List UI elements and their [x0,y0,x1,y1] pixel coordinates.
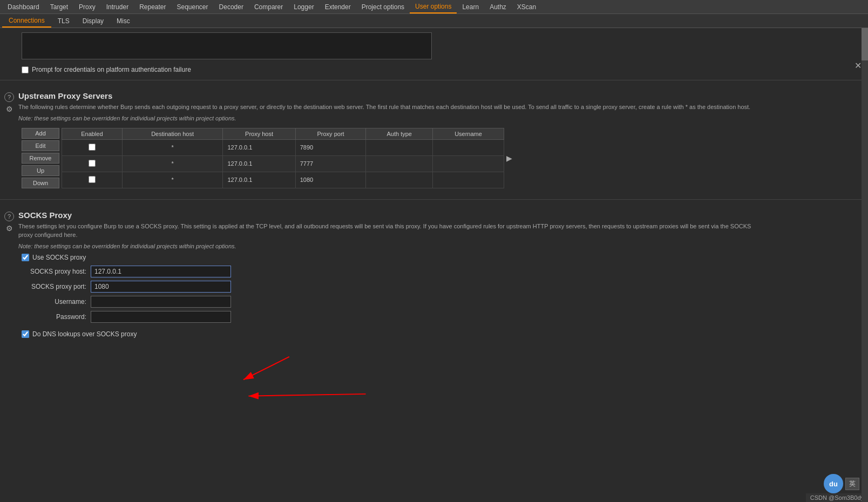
bottom-badges: du 英 [824,474,859,493]
credential-textarea-container [22,32,846,59]
upstream-help-icon[interactable]: ? [4,92,14,102]
socks-username-label: Username: [22,298,86,306]
subnav-misc[interactable]: Misc [110,14,137,28]
nav-item-extender[interactable]: Extender [320,0,356,13]
subnav-connections[interactable]: Connections [2,14,51,28]
nav-item-project-options[interactable]: Project options [356,0,410,13]
socks-host-row: SOCKS proxy host: [22,266,846,277]
nav-item-authz[interactable]: Authz [484,0,512,13]
nav-item-decoder[interactable]: Decoder [214,0,249,13]
main-content: Prompt for credentials on platform authe… [0,28,868,502]
row-enabled-checkbox[interactable] [89,176,96,183]
sub-navigation: Connections TLS Display Misc [0,14,868,28]
socks-icons: ? ⚙ [4,212,14,233]
row-auth-type [366,172,433,188]
upstream-table-container: Add Edit Remove Up Down Enabled Destinat… [22,128,864,188]
down-button[interactable]: Down [22,178,59,188]
upstream-note: Note: these settings can be overridden f… [18,115,750,121]
socks-password-label: Password: [22,313,86,321]
row-proxy-port: 7777 [295,155,366,172]
socks-form: SOCKS proxy host: SOCKS proxy port: User… [0,263,868,328]
socks-host-input[interactable] [91,266,231,277]
table-row: *127.0.0.17777 [62,155,504,172]
socks-title: SOCKS Proxy [18,211,752,220]
edit-button[interactable]: Edit [22,140,59,151]
scrollbar[interactable] [862,28,868,502]
status-bar: CSDN @Som3B0dy [806,493,868,502]
use-socks-label: Use SOCKS proxy [32,254,86,261]
credential-textarea[interactable] [22,32,432,59]
remove-button[interactable]: Remove [22,153,59,164]
row-username [433,139,504,155]
nav-item-target[interactable]: Target [45,0,73,13]
nav-item-xscan[interactable]: XScan [512,0,541,13]
add-button[interactable]: Add [22,128,59,139]
upstream-gear-icon[interactable]: ⚙ [4,104,14,114]
scrollbar-thumb[interactable] [862,28,868,60]
row-enabled-checkbox[interactable] [89,160,96,167]
upstream-icons: ? ⚙ [4,92,14,114]
col-auth-type: Auth type [366,128,433,139]
svg-line-2 [248,394,365,396]
socks-password-input[interactable] [91,311,231,323]
dns-socks-row: Do DNS lookups over SOCKS proxy [0,328,868,340]
subnav-tls[interactable]: TLS [51,14,76,28]
upstream-table-buttons: Add Edit Remove Up Down [22,128,59,188]
col-proxy-host: Proxy host [223,128,295,139]
socks-port-input[interactable] [91,281,231,293]
row-enabled-checkbox[interactable] [89,144,96,151]
row-auth-type [366,139,433,155]
prompt-label: Prompt for credentials on platform authe… [32,66,191,73]
col-proxy-port: Proxy port [295,128,366,139]
top-navigation: Dashboard Target Proxy Intruder Repeater… [0,0,868,14]
socks-gear-icon[interactable]: ⚙ [4,223,14,233]
socks-note: Note: these settings can be overridden f… [18,243,752,249]
table-row: *127.0.0.17890 [62,139,504,155]
col-dest-host: Destination host [122,128,223,139]
socks-host-label: SOCKS proxy host: [22,268,86,275]
prompt-checkbox[interactable] [22,66,29,73]
du-badge[interactable]: du [824,474,843,493]
upstream-desc: The following rules determine whether Bu… [18,103,750,112]
col-username: Username [433,128,504,139]
use-socks-row: Use SOCKS proxy [0,252,868,263]
nav-item-repeater[interactable]: Repeater [134,0,171,13]
socks-username-input[interactable] [91,296,231,308]
row-dest-host: * [122,172,223,188]
lang-badge[interactable]: 英 [845,478,859,490]
proxy-table: Enabled Destination host Proxy host Prox… [62,128,504,188]
nav-item-sequencer[interactable]: Sequencer [172,0,214,13]
prompt-row: Prompt for credentials on platform authe… [0,64,868,76]
svg-line-1 [243,357,289,379]
row-username [433,172,504,188]
row-username [433,155,504,172]
nav-item-comparer[interactable]: Comparer [249,0,288,13]
status-text: CSDN @Som3B0dy [810,494,864,501]
row-proxy-port: 1080 [295,172,366,188]
subnav-display[interactable]: Display [76,14,110,28]
row-proxy-host: 127.0.0.1 [223,155,295,172]
nav-item-proxy[interactable]: Proxy [73,0,101,13]
socks-desc: These settings let you configure Burp to… [18,222,752,240]
socks-section-content: SOCKS Proxy These settings let you confi… [18,211,752,249]
row-auth-type [366,155,433,172]
socks-password-row: Password: [22,311,846,323]
upstream-section-header: ? ⚙ Upstream Proxy Servers The following… [0,85,868,124]
row-proxy-port: 7890 [295,139,366,155]
use-socks-checkbox[interactable] [22,254,29,261]
nav-item-dashboard[interactable]: Dashboard [2,0,45,13]
up-button[interactable]: Up [22,165,59,176]
dns-socks-checkbox[interactable] [22,330,29,338]
socks-help-icon[interactable]: ? [4,212,14,221]
row-proxy-host: 127.0.0.1 [223,172,295,188]
close-icon[interactable]: ✕ [855,60,862,71]
nav-item-learn[interactable]: Learn [457,0,484,13]
socks-username-row: Username: [22,296,846,308]
table-scroll-arrow[interactable]: ▶ [504,128,512,188]
nav-item-logger[interactable]: Logger [288,0,319,13]
nav-item-intruder[interactable]: Intruder [101,0,134,13]
upstream-title: Upstream Proxy Servers [18,91,750,100]
row-dest-host: * [122,155,223,172]
nav-item-user-options[interactable]: User options [410,0,457,13]
row-dest-host: * [122,139,223,155]
